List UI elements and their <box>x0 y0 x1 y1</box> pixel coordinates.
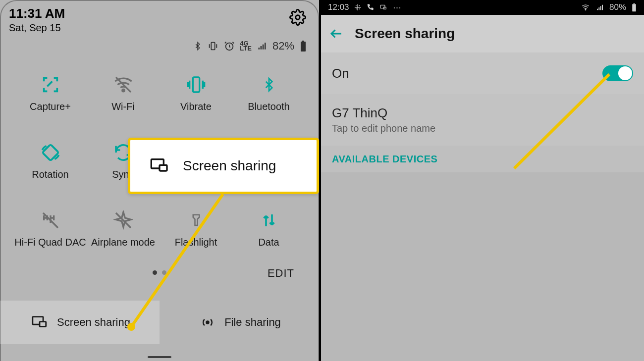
on-row[interactable]: On <box>321 52 644 94</box>
cast-status-icon <box>379 4 388 11</box>
signal-icon <box>257 41 268 51</box>
phone-name: G7 ThinQ <box>332 105 387 121</box>
quick-settings-pane: 11:31 AM Sat, Sep 15 4GLTE 82% Capture+ … <box>0 0 321 361</box>
dot-active <box>153 270 157 275</box>
svg-rect-16 <box>160 165 167 171</box>
rotation-icon <box>41 142 60 163</box>
signal-icon <box>595 3 604 11</box>
clock-time: 11:31 AM <box>9 6 65 21</box>
qs-wifi[interactable]: Wi-Fi <box>87 74 160 112</box>
qs-hifi[interactable]: Hi-Fi Quad DAC <box>14 210 87 248</box>
qs-label: Vibrate <box>180 101 212 112</box>
svg-rect-20 <box>632 4 636 11</box>
app-bar: Screen sharing <box>321 15 644 52</box>
svg-rect-4 <box>302 41 304 42</box>
vibrate-icon <box>185 74 207 95</box>
svg-rect-6 <box>193 77 199 92</box>
fitbit-icon: ⁜ <box>354 2 361 13</box>
qs-label: Hi-Fi Quad DAC <box>14 237 86 248</box>
network-lte-icon: 4GLTE <box>240 41 252 51</box>
page-dots <box>153 270 166 275</box>
broadcast-icon <box>198 315 217 330</box>
dot-inactive <box>162 270 166 275</box>
wifi-icon <box>581 3 590 11</box>
svg-point-19 <box>585 9 586 10</box>
wifi-off-icon <box>112 74 134 95</box>
clock-date: Sat, Sep 15 <box>9 22 65 34</box>
qs-data[interactable]: Data <box>232 210 305 248</box>
settings-gear-icon[interactable] <box>289 9 306 26</box>
hifi-icon <box>40 210 61 231</box>
cast-icon <box>147 156 172 176</box>
phone-name-row[interactable]: G7 ThinQ Tap to edit phone name <box>321 94 644 146</box>
qs-flashlight[interactable]: Flashlight <box>160 210 232 248</box>
data-icon <box>260 210 278 231</box>
back-icon[interactable] <box>329 26 344 41</box>
status-bar: 12:03 ⁜ ⋯ 80% <box>321 0 644 15</box>
qs-label: Capture+ <box>30 101 71 112</box>
battery-icon <box>299 40 307 52</box>
status-time: 12:03 <box>328 2 349 12</box>
on-toggle[interactable] <box>602 65 633 81</box>
edit-button[interactable]: EDIT <box>268 267 294 280</box>
qs-label: Bluetooth <box>248 101 290 112</box>
file-sharing-label: File sharing <box>224 316 281 329</box>
screen-sharing-settings-pane: 12:03 ⁜ ⋯ 80% Screen sharing On G7 ThinQ… <box>321 0 644 361</box>
screen-sharing-label: Screen sharing <box>57 316 130 329</box>
bluetooth-icon <box>262 74 276 95</box>
vibrate-status-icon <box>207 41 219 52</box>
qs-airplane[interactable]: Airplane mode <box>87 210 160 248</box>
qs-label: Airplane mode <box>91 237 155 248</box>
page-title: Screen sharing <box>355 26 455 42</box>
qs-label: Wi-Fi <box>111 101 135 112</box>
capture-icon <box>41 74 60 95</box>
screen-sharing-callout: Screen sharing <box>128 138 319 194</box>
status-block: 11:31 AM Sat, Sep 15 <box>9 6 65 34</box>
bluetooth-icon <box>193 41 202 52</box>
call-icon <box>366 3 374 11</box>
airplane-icon <box>113 210 133 231</box>
battery-percent: 80% <box>609 2 626 12</box>
cast-icon <box>29 314 50 331</box>
section-label: AVAILABLE DEVICES <box>332 154 437 165</box>
right-status-icons: 4GLTE 82% <box>193 40 307 52</box>
available-devices-header: AVAILABLE DEVICES <box>321 146 644 172</box>
svg-point-5 <box>122 90 124 92</box>
on-label: On <box>332 66 349 81</box>
qs-bluetooth[interactable]: Bluetooth <box>232 74 305 112</box>
svg-rect-3 <box>301 42 306 52</box>
qs-label: Flashlight <box>175 237 217 248</box>
battery-percent: 82% <box>272 40 294 52</box>
svg-point-0 <box>296 15 300 20</box>
file-sharing-button[interactable]: File sharing <box>160 301 319 344</box>
more-icon: ⋯ <box>393 2 401 13</box>
qs-label: Data <box>258 237 279 248</box>
svg-rect-21 <box>634 3 635 4</box>
alarm-icon <box>224 41 235 52</box>
qs-rotation[interactable]: Rotation <box>14 142 87 180</box>
svg-rect-17 <box>380 5 385 8</box>
callout-label: Screen sharing <box>183 158 276 174</box>
qs-label: Rotation <box>32 169 69 180</box>
svg-rect-1 <box>212 43 215 50</box>
screen-sharing-button[interactable]: Screen sharing <box>0 301 160 344</box>
qs-vibrate[interactable]: Vibrate <box>160 74 232 112</box>
qs-capture[interactable]: Capture+ <box>14 74 87 112</box>
phone-name-sub: Tap to edit phone name <box>332 123 435 134</box>
svg-rect-11 <box>40 322 46 327</box>
svg-point-12 <box>207 321 209 324</box>
flashlight-icon <box>189 210 204 231</box>
drag-handle[interactable] <box>148 356 171 358</box>
battery-icon <box>631 3 637 12</box>
share-row: Screen sharing File sharing <box>0 301 319 344</box>
